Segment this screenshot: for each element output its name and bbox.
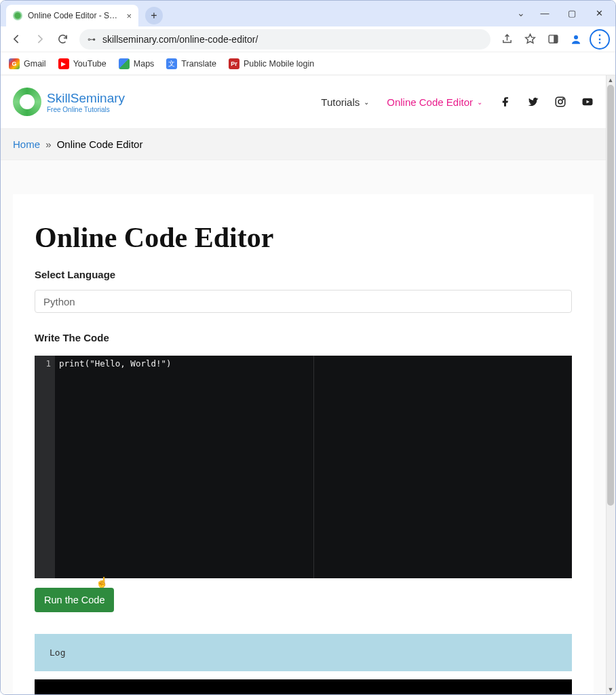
nav-forward-button[interactable] — [29, 29, 50, 50]
share-icon[interactable] — [497, 30, 516, 49]
youtube-icon[interactable] — [581, 96, 594, 108]
nav-label: Tutorials — [321, 96, 360, 108]
profile-icon[interactable] — [566, 30, 585, 49]
bookmark-label: Translate — [181, 59, 216, 69]
code-input[interactable]: print("Hello, World!") — [55, 356, 572, 578]
address-bar[interactable]: ⊶ skillseminary.com/online-code-editor/ — [79, 29, 490, 50]
twitter-icon[interactable] — [527, 96, 539, 108]
breadcrumb-separator: » — [45, 138, 51, 150]
public-mobile-icon: Pr — [229, 58, 239, 69]
tab-close-icon[interactable]: × — [126, 11, 132, 21]
youtube-icon: ▶ — [58, 58, 69, 69]
logo-title: SkillSeminary — [47, 91, 125, 106]
bookmark-maps[interactable]: Maps — [119, 58, 155, 69]
bookmark-label: Maps — [134, 59, 155, 69]
browser-tab[interactable]: Online Code Editor - Skill Semin × — [6, 5, 138, 26]
bookmark-label: Public Mobile login — [244, 59, 314, 69]
nav-label: Online Code Editor — [387, 96, 473, 108]
log-label: Log — [50, 647, 65, 658]
instagram-icon[interactable] — [554, 96, 566, 108]
logo-subtitle: Free Online Tutorials — [47, 106, 125, 113]
nav-reload-button[interactable] — [52, 29, 73, 50]
nav-back-button[interactable] — [6, 29, 26, 50]
output-panel: Output — [35, 679, 572, 694]
bookmark-youtube[interactable]: ▶ YouTube — [58, 58, 107, 69]
tab-title: Online Code Editor - Skill Semin — [28, 11, 121, 20]
site-header: SkillSeminary Free Online Tutorials Tuto… — [1, 75, 606, 128]
editor-ruler — [313, 356, 314, 578]
line-number: 1 — [35, 358, 51, 369]
svg-point-5 — [562, 98, 564, 100]
new-tab-button[interactable]: + — [145, 7, 163, 24]
logo-swirl-icon — [13, 88, 41, 116]
page-viewport: ▲ ▼ SkillSeminary Free Online Tutorials … — [1, 75, 615, 694]
nav-online-code-editor[interactable]: Online Code Editor ⌄ — [387, 96, 482, 108]
log-panel: Log — [35, 634, 572, 671]
editor-gutter: 1 — [35, 356, 55, 578]
run-code-button[interactable]: Run the Code — [35, 588, 114, 612]
vertical-scrollbar[interactable]: ▲ ▼ — [606, 75, 615, 694]
sidepanel-icon[interactable] — [543, 30, 562, 49]
facebook-icon[interactable] — [500, 96, 512, 108]
site-info-icon[interactable]: ⊶ — [88, 35, 96, 44]
select-language-label: Select Language — [35, 269, 572, 280]
bookmark-star-icon[interactable] — [520, 30, 539, 49]
nav-tutorials[interactable]: Tutorials ⌄ — [321, 96, 369, 108]
breadcrumb-home[interactable]: Home — [13, 138, 40, 150]
site-nav: Tutorials ⌄ Online Code Editor ⌄ — [321, 96, 594, 108]
page-title: Online Code Editor — [35, 221, 572, 254]
bookmark-public-mobile[interactable]: Pr Public Mobile login — [229, 58, 314, 69]
browser-toolbar: ⊶ skillseminary.com/online-code-editor/ … — [1, 26, 615, 52]
scroll-up-icon[interactable]: ▲ — [606, 75, 615, 85]
output-label: Output — [50, 693, 81, 694]
tab-favicon — [13, 11, 22, 20]
bookmark-gmail[interactable]: G Gmail — [9, 58, 46, 69]
svg-point-2 — [574, 35, 578, 39]
site-logo[interactable]: SkillSeminary Free Online Tutorials — [13, 88, 125, 116]
browser-titlebar: Online Code Editor - Skill Semin × + ⌄ —… — [1, 1, 615, 26]
window-minimize-button[interactable]: — — [531, 3, 558, 22]
breadcrumb: Home » Online Code Editor — [1, 128, 606, 160]
chevron-down-icon: ⌄ — [364, 98, 369, 106]
bookmark-label: Gmail — [24, 59, 46, 69]
breadcrumb-current: Online Code Editor — [57, 138, 143, 150]
bookmark-translate[interactable]: 文 Translate — [166, 58, 216, 69]
scroll-down-icon[interactable]: ▼ — [606, 685, 615, 694]
tabs-caret-icon[interactable]: ⌄ — [511, 3, 531, 22]
gmail-icon: G — [9, 58, 20, 69]
code-line: print("Hello, World!") — [59, 358, 172, 369]
svg-point-4 — [558, 100, 562, 104]
window-controls: ⌄ — ▢ ✕ — [511, 3, 613, 22]
chevron-down-icon: ⌄ — [477, 98, 482, 106]
write-code-label: Write The Code — [35, 332, 572, 343]
svg-rect-1 — [554, 35, 558, 43]
maps-icon — [119, 58, 130, 69]
window-close-button[interactable]: ✕ — [585, 3, 613, 22]
social-links — [500, 96, 594, 108]
url-text: skillseminary.com/online-code-editor/ — [102, 34, 258, 45]
language-select[interactable] — [35, 290, 572, 313]
content-area: Online Code Editor Select Language Write… — [1, 160, 606, 694]
translate-icon: 文 — [166, 58, 177, 69]
bookmarks-bar: G Gmail ▶ YouTube Maps 文 Translate Pr Pu… — [1, 52, 615, 75]
scroll-thumb[interactable] — [607, 85, 614, 506]
content-card: Online Code Editor Select Language Write… — [13, 194, 594, 694]
window-maximize-button[interactable]: ▢ — [558, 3, 585, 22]
bookmark-label: YouTube — [73, 59, 107, 69]
code-editor[interactable]: 1 print("Hello, World!") — [35, 356, 572, 578]
browser-menu-button[interactable]: ⋮ — [590, 29, 610, 50]
